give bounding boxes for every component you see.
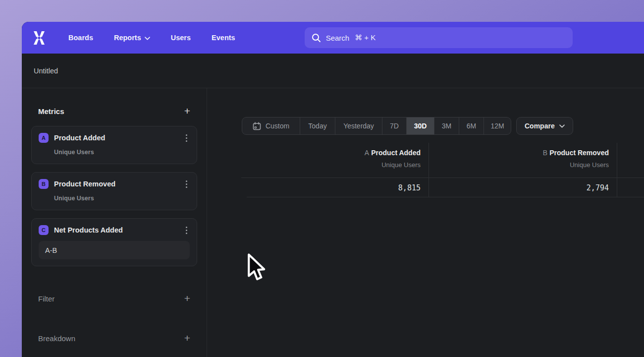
column-name: Product Removed <box>549 149 609 157</box>
metric-name[interactable]: Net Products Added <box>54 226 183 234</box>
mixpanel-logo-icon[interactable] <box>32 31 47 45</box>
document-title[interactable]: Untitled <box>34 67 58 75</box>
search-icon <box>312 33 321 43</box>
column-letter: A <box>365 149 369 157</box>
search-input[interactable]: Search ⌘ + K <box>305 27 573 48</box>
kebab-menu-icon[interactable] <box>183 226 190 235</box>
kebab-menu-icon[interactable] <box>183 179 190 189</box>
metric-aggregation[interactable]: Unique Users <box>54 149 190 156</box>
metric-name[interactable]: Product Added <box>54 134 183 142</box>
date-range-label: 7D <box>390 122 399 130</box>
calendar-icon <box>253 122 261 130</box>
chevron-down-icon <box>145 34 150 42</box>
nav-item-reports[interactable]: Reports <box>114 34 150 42</box>
table-column-divider <box>429 143 429 197</box>
add-breakdown-button[interactable]: + <box>184 333 190 343</box>
metric-name[interactable]: Product Removed <box>54 180 183 188</box>
date-range-custom[interactable]: Custom <box>242 118 300 134</box>
date-range-label: Custom <box>266 122 289 130</box>
nav-item-events[interactable]: Events <box>212 34 235 42</box>
report-panel: Custom Today Yesterday 7D 30D 3M 6M 12M … <box>207 88 644 357</box>
date-range-label: Yesterday <box>343 122 374 130</box>
date-range-segmented-control: Custom Today Yesterday 7D 30D 3M 6M 12M <box>242 117 511 135</box>
add-filter-button[interactable]: + <box>184 294 190 303</box>
column-subtitle: Unique Users <box>241 161 421 169</box>
nav-item-boards[interactable]: Boards <box>68 34 93 42</box>
table-value-a[interactable]: 8,815 <box>241 183 421 192</box>
mouse-cursor <box>245 253 266 286</box>
compare-label: Compare <box>525 122 555 130</box>
kebab-menu-icon[interactable] <box>183 133 190 143</box>
date-range-30d[interactable]: 30D <box>407 118 434 134</box>
table-row-divider <box>247 197 644 197</box>
top-nav: Boards Reports Users Events Search ⌘ + K <box>22 22 644 54</box>
metric-card-b[interactable]: B Product Removed Unique Users <box>31 172 197 210</box>
search-placeholder: Search <box>326 34 350 42</box>
breakdown-title: Breakdown <box>38 334 75 343</box>
nav-item-label: Users <box>171 34 191 42</box>
column-name: Product Added <box>371 149 421 157</box>
metric-card-a[interactable]: A Product Added Unique Users <box>31 126 197 164</box>
date-range-12m[interactable]: 12M <box>484 118 511 134</box>
date-range-label: 30D <box>414 122 427 130</box>
table-header-divider <box>241 178 644 178</box>
date-range-3m[interactable]: 3M <box>434 118 459 134</box>
nav-item-label: Events <box>212 34 235 42</box>
nav-item-label: Reports <box>114 34 141 42</box>
nav-item-users[interactable]: Users <box>171 34 191 42</box>
date-range-7d[interactable]: 7D <box>382 118 407 134</box>
metric-aggregation[interactable]: Unique Users <box>54 195 190 202</box>
query-sidebar: Metrics + A Product Added Unique Users B… <box>22 88 207 357</box>
filter-section-header: Filter + <box>31 292 197 305</box>
date-range-label: 6M <box>467 122 476 130</box>
app-window: Boards Reports Users Events Search ⌘ + K… <box>22 22 644 357</box>
date-range-toolbar: Custom Today Yesterday 7D 30D 3M 6M 12M … <box>242 117 573 135</box>
metrics-title: Metrics <box>38 107 64 116</box>
document-title-bar: Untitled <box>22 54 644 88</box>
table-header-col-b: BProduct Removed Unique Users <box>436 149 609 169</box>
column-letter: B <box>543 149 547 157</box>
table-header-col-a: AProduct Added Unique Users <box>241 149 421 169</box>
metric-card-c[interactable]: C Net Products Added A-B <box>31 218 197 266</box>
metrics-section-header: Metrics + <box>31 104 197 118</box>
date-range-yesterday[interactable]: Yesterday <box>335 118 382 134</box>
breakdown-section-header: Breakdown + <box>31 331 197 345</box>
date-range-label: 12M <box>490 122 504 130</box>
table-column-divider <box>617 143 617 197</box>
metric-letter-badge: A <box>39 133 49 143</box>
compare-button[interactable]: Compare <box>516 117 573 135</box>
column-subtitle: Unique Users <box>436 161 609 169</box>
table-value-b[interactable]: 2,794 <box>436 183 609 192</box>
nav-item-label: Boards <box>68 34 93 42</box>
search-shortcut: ⌘ + K <box>355 33 376 42</box>
date-range-today[interactable]: Today <box>300 118 335 134</box>
date-range-6m[interactable]: 6M <box>459 118 484 134</box>
date-range-label: 3M <box>442 122 451 130</box>
filter-title: Filter <box>38 295 54 303</box>
metric-letter-badge: B <box>39 179 49 189</box>
date-range-label: Today <box>308 122 326 130</box>
chevron-down-icon <box>559 124 565 128</box>
formula-input[interactable]: A-B <box>39 241 190 259</box>
metric-letter-badge: C <box>39 225 49 235</box>
add-metric-button[interactable]: + <box>184 106 190 116</box>
